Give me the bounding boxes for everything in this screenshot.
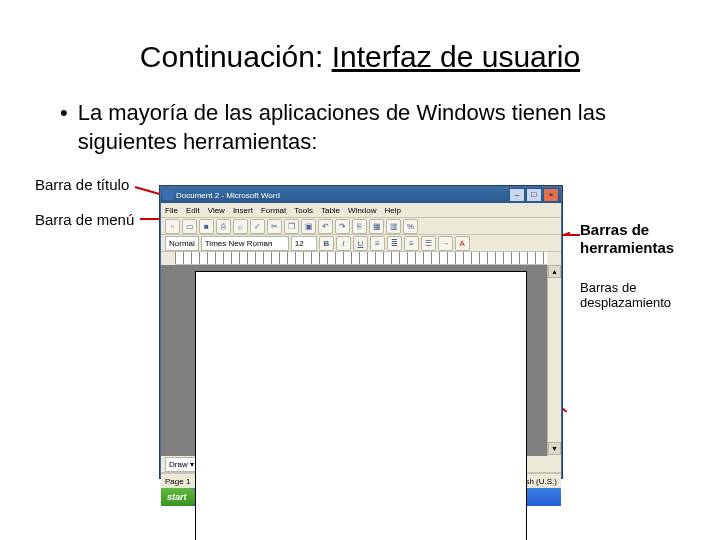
preview-icon[interactable]: ⌕ [233,219,248,234]
title-prefix: Continuación: [140,40,332,73]
bullets-icon[interactable]: ☰ [421,236,436,251]
close-button[interactable]: × [543,188,559,202]
new-icon[interactable]: ▫ [165,219,180,234]
style-select[interactable]: Normal [165,236,199,251]
title-underlined: Interfaz de usuario [332,40,580,73]
label-scrollbars: Barras de desplazamiento [580,281,720,311]
window-titlebar[interactable]: Document 2 - Microsoft Word – □ × [161,187,561,203]
word-window: Document 2 - Microsoft Word – □ × File E… [160,186,562,478]
indent-icon[interactable]: → [438,236,453,251]
menu-item[interactable]: Help [385,206,401,215]
menu-item[interactable]: Insert [233,206,253,215]
menu-item[interactable]: Table [321,206,340,215]
scroll-up-icon[interactable]: ▲ [548,265,561,278]
columns-icon[interactable]: ▥ [386,219,401,234]
align-left-icon[interactable]: ≡ [370,236,385,251]
scroll-down-icon[interactable]: ▼ [548,442,561,455]
page[interactable] [195,271,527,540]
redo-icon[interactable]: ↷ [335,219,350,234]
draw-label[interactable]: Draw ▾ [165,457,198,472]
label-titlebar: Barra de título [35,176,129,193]
paste-icon[interactable]: ▣ [301,219,316,234]
slide-title: Continuación: Interfaz de usuario [50,40,670,74]
font-color-icon[interactable]: A [455,236,470,251]
print-icon[interactable]: ⎙ [216,219,231,234]
minimize-button[interactable]: – [509,188,525,202]
label-toolbars: Barras de herramientas [580,221,720,256]
vertical-scrollbar[interactable]: ▲ ▼ [547,265,561,456]
cut-icon[interactable]: ✂ [267,219,282,234]
menu-item[interactable]: View [208,206,225,215]
ruler[interactable] [175,252,547,265]
maximize-button[interactable]: □ [526,188,542,202]
start-button[interactable]: start [161,488,197,506]
menu-item[interactable]: Tools [294,206,313,215]
link-icon[interactable]: ⎘ [352,219,367,234]
copy-icon[interactable]: ❐ [284,219,299,234]
bold-icon[interactable]: B [319,236,334,251]
menu-item[interactable]: Edit [186,206,200,215]
underline-icon[interactable]: U [353,236,368,251]
document-area[interactable]: ▲ ▼ [161,265,561,456]
formatting-toolbar[interactable]: Normal Times New Roman 12 B I U ≡ ≣ ≡ ☰ … [161,235,561,252]
table-icon[interactable]: ▦ [369,219,384,234]
align-right-icon[interactable]: ≡ [404,236,419,251]
menu-item[interactable]: Format [261,206,286,215]
standard-toolbar[interactable]: ▫ ▭ ■ ⎙ ⌕ ✓ ✂ ❐ ▣ ↶ ↷ ⎘ ▦ ▥ % [161,218,561,235]
word-icon [163,190,173,200]
bullet-dot: • [60,99,68,128]
bullet-text: La mayoría de las aplicaciones de Window… [78,99,670,156]
menubar[interactable]: File Edit View Insert Format Tools Table… [161,203,561,218]
align-center-icon[interactable]: ≣ [387,236,402,251]
font-select[interactable]: Times New Roman [201,236,289,251]
zoom-icon[interactable]: % [403,219,418,234]
spell-icon[interactable]: ✓ [250,219,265,234]
label-menubar: Barra de menú [35,211,134,228]
window-title: Document 2 - Microsoft Word [176,191,280,200]
size-select[interactable]: 12 [291,236,317,251]
undo-icon[interactable]: ↶ [318,219,333,234]
status-left: Page 1 [165,477,190,486]
bullet-item: • La mayoría de las aplicaciones de Wind… [50,99,670,156]
italic-icon[interactable]: I [336,236,351,251]
open-icon[interactable]: ▭ [182,219,197,234]
menu-item[interactable]: Window [348,206,376,215]
menu-item[interactable]: File [165,206,178,215]
save-icon[interactable]: ■ [199,219,214,234]
